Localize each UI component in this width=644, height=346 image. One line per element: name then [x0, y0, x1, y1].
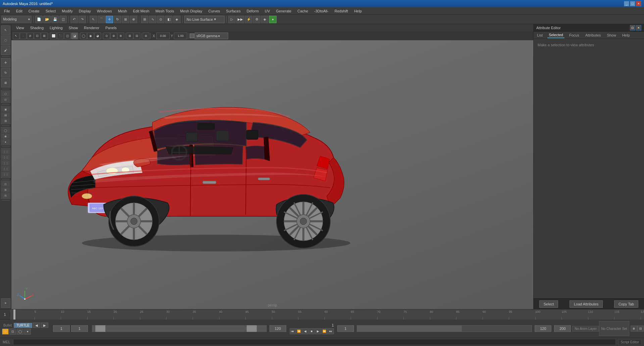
- range-bar[interactable]: [357, 325, 532, 332]
- lt-cam2-btn[interactable]: ◉: [2, 133, 10, 139]
- range-max-input[interactable]: [554, 325, 571, 332]
- lt-cam1-btn[interactable]: ◯: [2, 128, 10, 133]
- menu-curves[interactable]: Curves: [206, 8, 223, 14]
- vp-grid-btn[interactable]: ⊞: [127, 33, 133, 39]
- vp-dof-btn[interactable]: ⊚: [110, 33, 117, 39]
- vp-iso-btn[interactable]: ⊜: [143, 33, 149, 39]
- ae-tab-focus[interactable]: Focus: [568, 33, 581, 38]
- scale-tool-button[interactable]: ⊞: [122, 16, 129, 23]
- snap-live-button[interactable]: ◈: [173, 16, 181, 23]
- timeline-bar[interactable]: [92, 325, 267, 332]
- lt-rotate-button[interactable]: ↻: [1, 68, 10, 77]
- title-bar-controls[interactable]: _ □ ✕: [624, 1, 641, 6]
- play-back-button[interactable]: ◀: [302, 328, 308, 334]
- ae-load-attributes-button[interactable]: Load Attributes: [569, 300, 603, 308]
- open-scene-button[interactable]: 📂: [43, 16, 51, 23]
- next-tab-button[interactable]: ▶: [41, 323, 48, 328]
- lt-disp3-btn[interactable]: ▥: [2, 118, 10, 123]
- range-end-input2[interactable]: [535, 325, 551, 332]
- gamma-dropdown[interactable]: sRGB gamma ▾: [195, 33, 228, 39]
- anim-expand[interactable]: ▾: [24, 329, 31, 335]
- lt-scale-button[interactable]: ⊞: [1, 78, 10, 88]
- bullet-tab[interactable]: Bullet: [2, 323, 13, 328]
- vp-menu-renderer[interactable]: Renderer: [81, 25, 102, 31]
- new-scene-button[interactable]: 📄: [35, 16, 43, 23]
- no-live-surface-dropdown[interactable]: No Live Surface ▾: [184, 16, 225, 23]
- vp-shadow-btn[interactable]: ◕: [94, 33, 101, 39]
- lt-render4-btn[interactable]: ⋮⋮: [2, 166, 10, 171]
- command-line[interactable]: [13, 339, 616, 345]
- lt-render1-btn[interactable]: ⋮⋮: [2, 149, 10, 154]
- menu-mesh-tools[interactable]: Mesh Tools: [153, 8, 177, 14]
- snap-point-button[interactable]: ⊙: [157, 16, 164, 23]
- ae-close-btn[interactable]: ✕: [636, 25, 641, 31]
- vp-light1-btn[interactable]: ◯: [80, 33, 87, 39]
- vp-menu-panels[interactable]: Panels: [103, 25, 119, 31]
- frame-end-input[interactable]: [269, 325, 286, 332]
- render-sequence-button[interactable]: ▶▶: [236, 16, 244, 23]
- menu-surfaces[interactable]: Surfaces: [224, 8, 243, 14]
- ae-float-btn[interactable]: ⊡: [630, 25, 635, 31]
- menu-mesh[interactable]: Mesh: [115, 8, 130, 14]
- render-frame-button[interactable]: ▷: [228, 16, 236, 23]
- char-set-icon1[interactable]: ⊕: [631, 326, 637, 332]
- hypershade-button[interactable]: ◈: [261, 16, 268, 23]
- snap-curve-button[interactable]: ∿: [149, 16, 156, 23]
- menu-create[interactable]: Create: [26, 8, 42, 14]
- lt-cam3-btn[interactable]: ●: [2, 139, 10, 145]
- skip-to-end-button[interactable]: ⏭: [328, 328, 334, 334]
- vp-shade-tex-btn[interactable]: ◪: [71, 33, 78, 39]
- lt-disp1-btn[interactable]: ▣: [2, 107, 10, 112]
- lasso-select-button[interactable]: ⌒: [98, 16, 105, 23]
- anim-icon3[interactable]: ◯: [17, 329, 23, 335]
- vp-gate-btn[interactable]: ⊟: [134, 33, 140, 39]
- vp-uvset-sel[interactable]: ⊞: [41, 33, 48, 39]
- lt-disp2-btn[interactable]: ▤: [2, 112, 10, 118]
- lt-select-button[interactable]: ↖: [1, 25, 10, 35]
- move-tool-button[interactable]: ✛: [106, 16, 113, 23]
- snap-view-plane-button[interactable]: ◧: [165, 16, 172, 23]
- lt-move-button[interactable]: ✛: [1, 58, 10, 67]
- lt-wire-btn[interactable]: ⊡: [2, 97, 10, 102]
- vp-shade-wire-btn[interactable]: ◫: [64, 33, 71, 39]
- timeline-ruler[interactable]: 5101520253035404550556065707580859095100…: [10, 309, 644, 320]
- no-anim-layer-dropdown[interactable]: No Anim Layer: [572, 326, 599, 332]
- render-settings-button[interactable]: ⚙: [253, 16, 260, 23]
- menu-select[interactable]: Select: [43, 8, 59, 14]
- turtle-tab[interactable]: TURTLE: [14, 323, 32, 328]
- anim-icon2[interactable]: ⊡: [9, 329, 16, 335]
- menu-windows[interactable]: Windows: [94, 8, 115, 14]
- save-as-button[interactable]: ◫: [59, 16, 67, 23]
- ae-tab-list[interactable]: List: [536, 33, 544, 38]
- anim-icon1[interactable]: ⊙: [2, 329, 9, 335]
- maximize-button[interactable]: □: [630, 1, 635, 6]
- vp-edge-sel[interactable]: ⊘: [27, 33, 34, 39]
- play-forward-button[interactable]: ▶: [315, 328, 321, 334]
- ae-tab-help[interactable]: Help: [621, 33, 631, 38]
- ae-tab-selected[interactable]: Selected: [547, 32, 564, 38]
- vp-vert-sel[interactable]: ·: [20, 33, 27, 39]
- char-set-icon2[interactable]: ⊟: [637, 326, 644, 332]
- vp-menu-show[interactable]: Show: [66, 25, 81, 31]
- close-button[interactable]: ✕: [636, 1, 641, 6]
- scene-background[interactable]: ABC 123: [11, 40, 533, 309]
- menu-deform[interactable]: Deform: [244, 8, 261, 14]
- menu-generate[interactable]: Generate: [273, 8, 294, 14]
- save-scene-button[interactable]: 💾: [51, 16, 59, 23]
- lt-render2-btn[interactable]: ⋮⋮: [2, 155, 10, 160]
- frame-current-input[interactable]: [71, 325, 88, 332]
- range-end-input[interactable]: [337, 325, 354, 332]
- vp-yval-input[interactable]: 1.00: [174, 33, 187, 39]
- timeline-current-frame[interactable]: [13, 309, 15, 320]
- vp-menu-view[interactable]: View: [13, 25, 27, 31]
- menu-modify[interactable]: Modify: [59, 8, 75, 14]
- step-back-button[interactable]: ⏪: [296, 328, 302, 334]
- ae-select-button[interactable]: Select: [539, 300, 558, 308]
- ae-tab-show[interactable]: Show: [605, 33, 617, 38]
- menu-3dtall[interactable]: -3DtoAll-: [311, 8, 331, 14]
- redo-button[interactable]: ↷: [79, 16, 86, 23]
- vp-ao-btn[interactable]: ⊙: [103, 33, 110, 39]
- vp-shaded-btn[interactable]: ⬛: [57, 33, 64, 39]
- lt-extra3-btn[interactable]: ⊟: [2, 193, 10, 198]
- menu-edit[interactable]: Edit: [13, 8, 25, 14]
